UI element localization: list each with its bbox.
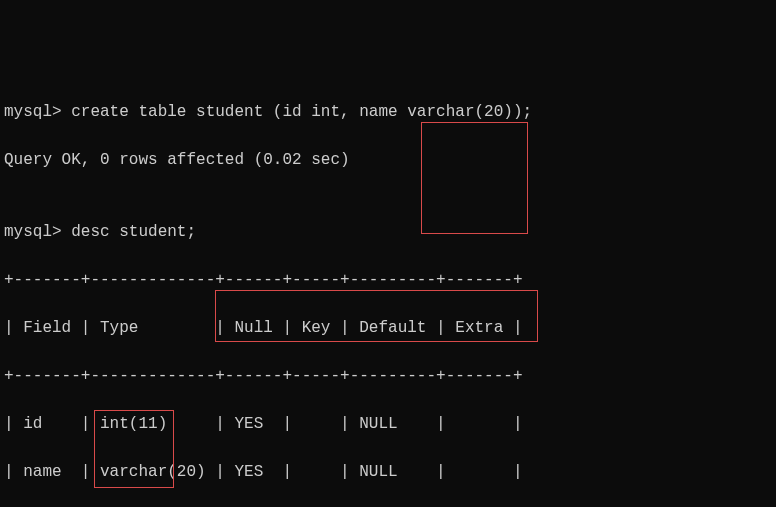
sql-desc-stmt: mysql> desc student; bbox=[4, 220, 772, 244]
desc-header-row: | Field | Type | Null | Key | Default | … bbox=[4, 316, 772, 340]
desc-row-id: | id | int(11) | YES | | NULL | | bbox=[4, 412, 772, 436]
table-border: +-------+-------------+------+-----+----… bbox=[4, 268, 772, 292]
sql-create-stmt: mysql> create table student (id int, nam… bbox=[4, 100, 772, 124]
query-ok-msg: Query OK, 0 rows affected (0.02 sec) bbox=[4, 148, 772, 172]
desc-row-name: | name | varchar(20) | YES | | NULL | | bbox=[4, 460, 772, 484]
annotation-default-column bbox=[421, 122, 528, 234]
table-border: +-------+-------------+------+-----+----… bbox=[4, 364, 772, 388]
